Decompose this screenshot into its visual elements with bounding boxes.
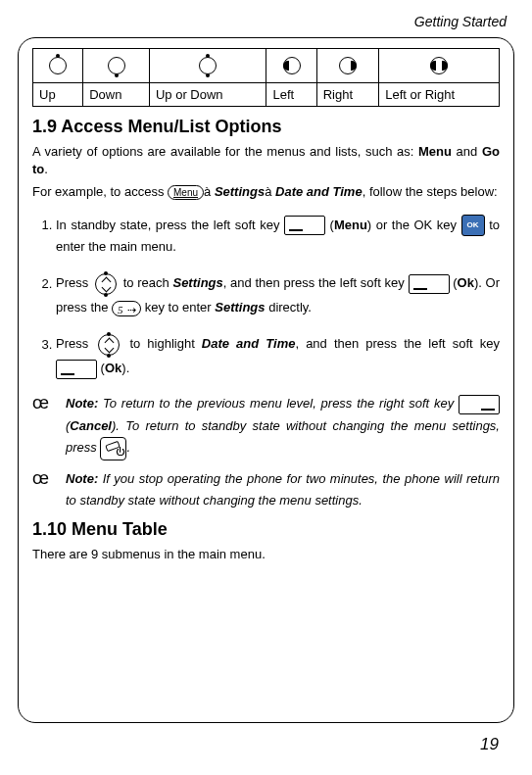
note-text: Note: To return to the previous menu lev… [66, 393, 500, 460]
bold-italic-text: Date and Time [275, 184, 363, 199]
nav-updown-icon [149, 49, 266, 83]
text: Press [56, 337, 95, 352]
nav-down-icon [83, 49, 150, 83]
section-heading: 1.9 Access Menu/List Options [32, 117, 500, 137]
list-item: Press to reach Settings, and then press … [56, 271, 500, 318]
table-row: Up Down Up or Down Left Right Left or Ri… [33, 83, 500, 107]
list-item: Press to highlight Date and Time, and th… [56, 332, 500, 379]
nav-label: Down [83, 83, 150, 107]
text: A variety of options are available for t… [32, 144, 418, 159]
intro-paragraph: A variety of options are available for t… [32, 143, 500, 177]
nav-right-icon [316, 49, 378, 83]
text: ( [97, 361, 105, 375]
bold-text: Ok [458, 276, 474, 291]
text: Press [56, 276, 92, 291]
num5-key-icon [112, 301, 141, 316]
note-marker-icon: œ [32, 393, 66, 460]
nav-label: Left [266, 83, 316, 107]
nav-key-icon [95, 332, 122, 358]
bold-italic-text: Settings [172, 276, 222, 291]
section-heading: 1.10 Menu Table [32, 519, 500, 540]
paragraph: There are 9 submenus in the main menu. [32, 546, 500, 563]
bold-text: Menu [334, 218, 367, 232]
text: . [126, 440, 130, 455]
arrow-icon: à [204, 184, 211, 199]
text: . [44, 162, 48, 176]
text: If you stop operating the phone for two … [66, 471, 500, 508]
nav-left-icon [266, 49, 316, 83]
nav-label: Up or Down [149, 83, 266, 107]
bold-text: Menu [418, 144, 452, 159]
steps-list: In standby state, press the left soft ke… [32, 215, 500, 380]
text: ). To return to standby state without ch… [66, 418, 500, 456]
text: to reach [120, 276, 173, 291]
page-number: 19 [18, 735, 499, 754]
text: directly. [266, 300, 312, 315]
text: To return to the previous menu level, pr… [98, 396, 459, 411]
text: For example, to access [32, 184, 168, 199]
nav-key-icon [92, 271, 120, 297]
bold-italic-text: Date and Time [202, 337, 296, 352]
navigation-key-table: Up Down Up or Down Left Right Left or Ri… [32, 48, 500, 107]
note-marker-icon: œ [32, 468, 66, 511]
text: ). [121, 361, 129, 375]
text: In standby state, press the left soft ke… [56, 218, 284, 232]
arrow-icon: à [265, 184, 271, 199]
bold-text: Cancel [70, 418, 112, 433]
text: and [452, 144, 482, 159]
bold-italic-text: Settings [215, 184, 265, 199]
note-block: œ Note: To return to the previous menu l… [32, 393, 500, 460]
page: Getting Started [0, 0, 532, 775]
nav-up-icon [33, 49, 83, 83]
note-label: Note: [66, 471, 98, 486]
bold-text: Ok [105, 361, 121, 375]
table-row [33, 49, 500, 83]
text: , and then press the left soft key [223, 276, 409, 291]
text: ( [325, 218, 334, 232]
nav-leftright-icon [379, 49, 500, 83]
left-softkey-icon [284, 216, 325, 235]
text: ( [450, 276, 458, 291]
note-label: Note: [66, 396, 98, 411]
note-block: œ Note: If you stop operating the phone … [32, 468, 500, 511]
nav-label: Up [33, 83, 83, 107]
left-softkey-icon [409, 274, 450, 294]
ok-key-icon [461, 215, 485, 236]
nav-label: Left or Right [379, 83, 500, 107]
text: , and then press the left soft key [295, 337, 500, 352]
example-paragraph: For example, to access Menuà Settingsà D… [32, 183, 500, 201]
text: , follow the steps below: [363, 184, 498, 199]
text: ) or the OK key [367, 218, 461, 232]
menu-key-icon: Menu [168, 185, 204, 200]
bold-italic-text: Settings [215, 300, 265, 315]
content-frame: Up Down Up or Down Left Right Left or Ri… [18, 37, 514, 723]
right-softkey-icon [459, 395, 500, 414]
left-softkey-icon [56, 360, 97, 379]
end-key-icon [100, 437, 126, 460]
list-item: In standby state, press the left soft ke… [56, 215, 500, 259]
nav-label: Right [316, 83, 378, 107]
text: to highlight [122, 337, 202, 352]
note-text: Note: If you stop operating the phone fo… [66, 468, 500, 511]
text: key to enter [141, 300, 215, 315]
running-head: Getting Started [18, 14, 507, 29]
